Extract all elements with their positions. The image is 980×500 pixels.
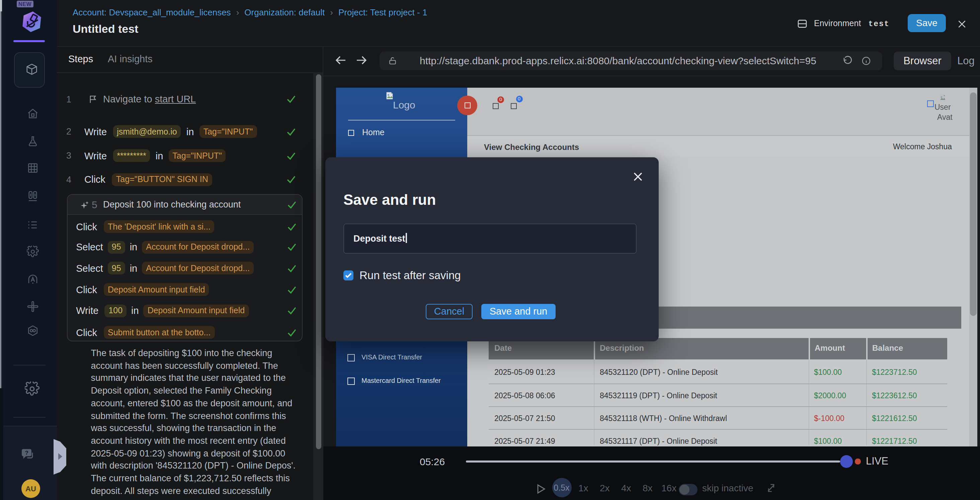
svg-text:?: ? — [25, 450, 29, 456]
